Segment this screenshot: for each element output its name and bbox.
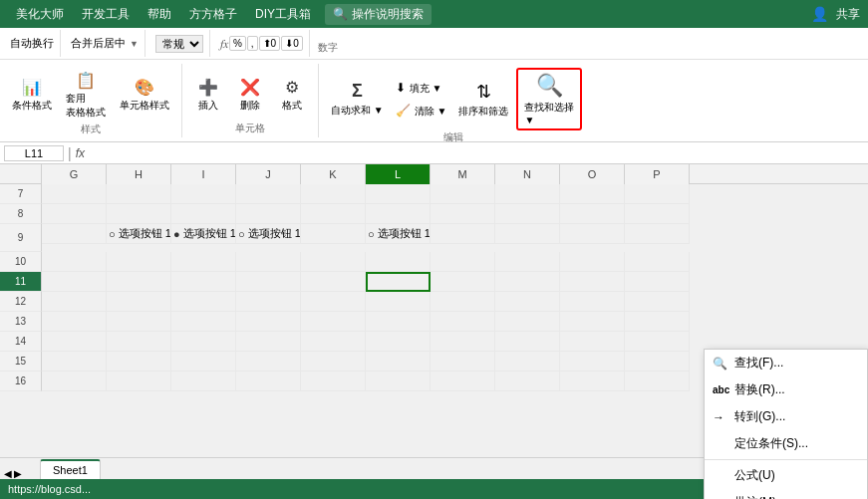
row-9[interactable]: 9: [0, 224, 42, 252]
cell-P13[interactable]: [625, 312, 690, 332]
cell-J7[interactable]: [236, 184, 301, 204]
share-label[interactable]: 共享: [836, 6, 860, 23]
cell-O13[interactable]: [560, 312, 625, 332]
menu-item-diy[interactable]: DIY工具箱: [247, 2, 319, 27]
row-14[interactable]: 14: [0, 332, 42, 352]
cell-O8[interactable]: [560, 204, 625, 224]
col-M[interactable]: M: [431, 164, 495, 184]
cell-M7[interactable]: [431, 184, 495, 204]
cell-P8[interactable]: [625, 204, 690, 224]
col-J[interactable]: J: [236, 164, 301, 184]
cell-H14[interactable]: [107, 332, 171, 352]
cell-K14[interactable]: [301, 332, 366, 352]
menu-search-label[interactable]: 操作说明搜索: [352, 6, 424, 23]
cell-N12[interactable]: [495, 292, 560, 312]
merge-dropdown-arrow[interactable]: ▼: [130, 39, 139, 49]
cell-K13[interactable]: [301, 312, 366, 332]
col-I[interactable]: I: [171, 164, 236, 184]
cell-P10[interactable]: [625, 252, 690, 272]
cell-G16[interactable]: [42, 372, 107, 391]
cell-K9[interactable]: [301, 224, 366, 244]
table-format-btn[interactable]: 📋 套用表格格式: [60, 68, 112, 123]
col-O[interactable]: O: [560, 164, 625, 184]
cell-J12[interactable]: [236, 292, 301, 312]
cell-N13[interactable]: [495, 312, 560, 332]
cell-I7[interactable]: [171, 184, 236, 204]
goto-special-menu-item[interactable]: 定位条件(S)...: [705, 430, 867, 457]
row-13[interactable]: 13: [0, 312, 42, 332]
cell-L15[interactable]: [366, 352, 431, 372]
cell-M16[interactable]: [431, 372, 495, 391]
cell-G14[interactable]: [42, 332, 107, 352]
find-menu-item[interactable]: 🔍 查找(F)...: [705, 350, 867, 376]
goto-menu-item[interactable]: → 转到(G)...: [705, 403, 867, 430]
comma-btn[interactable]: ,: [247, 36, 258, 51]
cell-O7[interactable]: [560, 184, 625, 204]
cell-J13[interactable]: [236, 312, 301, 332]
cell-P16[interactable]: [625, 372, 690, 391]
cell-M10[interactable]: [431, 252, 495, 272]
cell-G7[interactable]: [42, 184, 107, 204]
cell-L8[interactable]: [366, 204, 431, 224]
row-10[interactable]: 10: [0, 252, 42, 272]
cell-G13[interactable]: [42, 312, 107, 332]
cell-J16[interactable]: [236, 372, 301, 391]
col-L[interactable]: L: [366, 164, 431, 184]
cell-O9[interactable]: [560, 224, 625, 244]
cell-L10[interactable]: [366, 252, 431, 272]
cell-K10[interactable]: [301, 252, 366, 272]
cell-I15[interactable]: [171, 352, 236, 372]
percent-btn[interactable]: %: [229, 36, 246, 51]
delete-btn[interactable]: ❌ 删除: [230, 75, 270, 116]
col-P[interactable]: P: [625, 164, 690, 184]
menu-item-fangfang[interactable]: 方方格子: [181, 2, 245, 27]
cell-L14[interactable]: [366, 332, 431, 352]
cell-O14[interactable]: [560, 332, 625, 352]
decrease-decimal-btn[interactable]: ⬇0: [281, 36, 303, 51]
cell-I10[interactable]: [171, 252, 236, 272]
format-btn[interactable]: ⚙ 格式: [272, 75, 312, 116]
cell-H8[interactable]: [107, 204, 171, 224]
name-box[interactable]: [4, 145, 64, 161]
cell-I9[interactable]: ● 选项按钮 1: [171, 224, 236, 244]
cell-O10[interactable]: [560, 252, 625, 272]
row-12[interactable]: 12: [0, 292, 42, 312]
formula-input[interactable]: [89, 147, 864, 159]
conditional-format-btn[interactable]: 📊 条件格式: [6, 75, 58, 116]
note-menu-item[interactable]: 批注(M): [705, 489, 867, 499]
cell-I11[interactable]: [171, 272, 236, 292]
cell-N14[interactable]: [495, 332, 560, 352]
cell-I14[interactable]: [171, 332, 236, 352]
cell-H12[interactable]: [107, 292, 171, 312]
cell-K12[interactable]: [301, 292, 366, 312]
row-7[interactable]: 7: [0, 184, 42, 204]
cell-I16[interactable]: [171, 372, 236, 391]
cell-P9[interactable]: [625, 224, 690, 244]
col-K[interactable]: K: [301, 164, 366, 184]
cell-N15[interactable]: [495, 352, 560, 372]
cell-M9[interactable]: [431, 224, 495, 244]
cell-P7[interactable]: [625, 184, 690, 204]
cell-H10[interactable]: [107, 252, 171, 272]
cell-L12[interactable]: [366, 292, 431, 312]
cell-J11[interactable]: [236, 272, 301, 292]
cell-N16[interactable]: [495, 372, 560, 391]
cell-L11-selected[interactable]: [366, 272, 431, 292]
cell-L16[interactable]: [366, 372, 431, 391]
row-11[interactable]: 11: [0, 272, 42, 292]
cell-L13[interactable]: [366, 312, 431, 332]
cell-O16[interactable]: [560, 372, 625, 391]
cell-G9[interactable]: [42, 224, 107, 244]
cell-M11[interactable]: [431, 272, 495, 292]
cell-J14[interactable]: [236, 332, 301, 352]
cell-J10[interactable]: [236, 252, 301, 272]
cell-M13[interactable]: [431, 312, 495, 332]
row-16[interactable]: 16: [0, 372, 42, 391]
cell-H11[interactable]: [107, 272, 171, 292]
menu-item-devtools[interactable]: 开发工具: [74, 2, 138, 27]
cell-M12[interactable]: [431, 292, 495, 312]
cell-P12[interactable]: [625, 292, 690, 312]
cell-H7[interactable]: [107, 184, 171, 204]
cell-I12[interactable]: [171, 292, 236, 312]
cell-N11[interactable]: [495, 272, 560, 292]
